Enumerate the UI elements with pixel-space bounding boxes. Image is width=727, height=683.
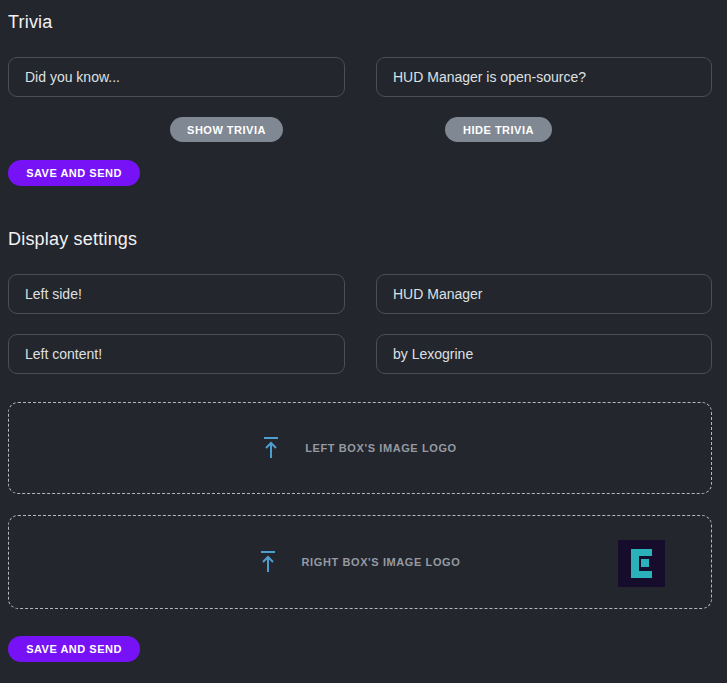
- left-box-title-input[interactable]: [8, 274, 345, 314]
- trivia-answer-input[interactable]: [376, 57, 712, 97]
- right-box-content-input[interactable]: [376, 334, 712, 374]
- trivia-section-title: Trivia: [8, 12, 53, 33]
- right-logo-upload-label: RIGHT BOX'S IMAGE LOGO: [302, 556, 461, 568]
- hide-trivia-button[interactable]: HIDE TRIVIA: [445, 117, 552, 142]
- upload-icon: [260, 550, 276, 574]
- trivia-question-input[interactable]: [8, 57, 345, 97]
- show-trivia-button[interactable]: SHOW TRIVIA: [170, 117, 283, 142]
- right-logo-upload-dropzone[interactable]: RIGHT BOX'S IMAGE LOGO: [8, 515, 712, 609]
- upload-icon: [263, 436, 279, 460]
- trivia-save-and-send-button[interactable]: SAVE AND SEND: [8, 160, 140, 186]
- display-settings-section-title: Display settings: [8, 229, 137, 250]
- left-logo-upload-content: LEFT BOX'S IMAGE LOGO: [263, 436, 457, 460]
- left-logo-upload-label: LEFT BOX'S IMAGE LOGO: [305, 442, 457, 454]
- lexogrine-e-logo: [618, 540, 665, 587]
- left-box-content-input[interactable]: [8, 334, 345, 374]
- right-logo-upload-content: RIGHT BOX'S IMAGE LOGO: [260, 550, 461, 574]
- display-save-and-send-button[interactable]: SAVE AND SEND: [8, 636, 140, 662]
- left-logo-upload-dropzone[interactable]: LEFT BOX'S IMAGE LOGO: [8, 402, 712, 494]
- right-box-title-input[interactable]: [376, 274, 712, 314]
- hud-manager-settings-panel: Trivia SHOW TRIVIA HIDE TRIVIA SAVE AND …: [0, 0, 727, 683]
